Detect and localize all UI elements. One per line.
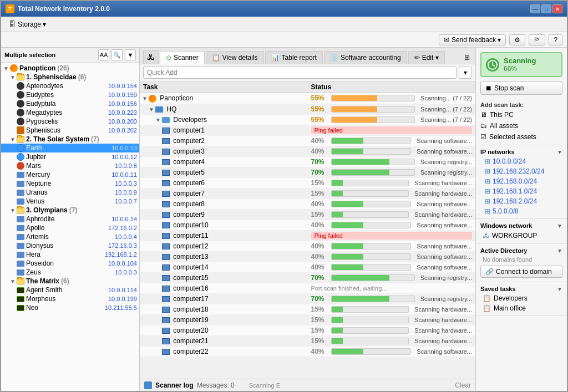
saved-tasks-expand[interactable]: ▼: [557, 286, 562, 292]
table-row[interactable]: computer2 40% Scanning software...: [140, 135, 475, 146]
tree-item-neptune[interactable]: Neptune 10.0.0.3: [1, 179, 139, 188]
workgroup-item[interactable]: 🖧 WORKGROUP: [476, 230, 567, 241]
matrix-icon: [17, 305, 24, 311]
tree-item-hera[interactable]: Hera 192.168.1.2: [1, 250, 139, 259]
tree-group-matrix[interactable]: ▼ The Matrix (6): [1, 277, 139, 286]
tree-item-aptenodytes[interactable]: Aptenodytes 10.0.0.154: [1, 82, 139, 90]
network-item-2[interactable]: ⊞ 192.168.232.0/24: [476, 166, 567, 176]
table-row[interactable]: computer21 15% Scanning hardware...: [140, 335, 475, 346]
tree-item-aphrodite[interactable]: Aphrodite 10.0.0.14: [1, 215, 139, 223]
network-item-6[interactable]: ⊞ 5.0.0.0/8: [476, 206, 567, 216]
this-pc-item[interactable]: 🖥 This PC: [476, 109, 567, 120]
minimize-button[interactable]: —: [530, 4, 540, 13]
storage-menu[interactable]: 🗄 Storage ▾: [4, 19, 50, 29]
table-row[interactable]: computer17 70% Scanning registry...: [140, 293, 475, 304]
table-row[interactable]: computer7 15% Scanning hardware...: [140, 188, 475, 198]
tree-item-mars[interactable]: Mars 10.0.0.8: [1, 161, 139, 170]
table-row[interactable]: computer22 40% Scanning software...: [140, 346, 475, 357]
tree-item-poseidon[interactable]: Poseidon 10.0.0.104: [1, 259, 139, 268]
tree-item-artemis[interactable]: Artemis 10.0.0.4: [1, 232, 139, 241]
table-row[interactable]: computer13 40% Scanning software...: [140, 251, 475, 262]
tree-item-morpheus[interactable]: Morpheus 10.0.0.199: [1, 294, 139, 303]
table-row[interactable]: computer15 70% Scanning registry...: [140, 272, 475, 283]
table-row[interactable]: computer8 40% Scanning software...: [140, 198, 475, 209]
tab-right-icon[interactable]: ⊞: [462, 52, 472, 64]
tab-table-report[interactable]: 📊 Table report: [265, 51, 323, 64]
tree-item-spheniscus[interactable]: Spheniscus 10.0.0.202: [1, 126, 139, 135]
table-row[interactable]: computer6 15% Scanning hardware...: [140, 177, 475, 188]
tree-item-jupiter[interactable]: Jupiter 10.0.0.12: [1, 152, 139, 161]
tree-item-eudyptes[interactable]: Eudyptes 10.0.0.159: [1, 90, 139, 99]
flag-button[interactable]: 🏳: [529, 34, 545, 45]
quick-add-dropdown[interactable]: ▾: [459, 67, 472, 79]
tree-item-earth[interactable]: Earth 10.0.0.13: [1, 144, 139, 152]
connect-domain-button[interactable]: 🔗 Connect to domain: [480, 266, 562, 278]
table-row[interactable]: computer3 40% Scanning software...: [140, 146, 475, 156]
close-button[interactable]: ✕: [552, 4, 562, 13]
tab-view-details[interactable]: 📋 View details: [206, 51, 264, 64]
tree-item-mercury[interactable]: Mercury 10.0.0.11: [1, 170, 139, 179]
tree-item-agent-smith[interactable]: Agent Smith 10.0.0.114: [1, 286, 139, 294]
ip-networks-expand[interactable]: ▼: [557, 149, 562, 155]
table-row[interactable]: computer14 40% Scanning software...: [140, 262, 475, 272]
stop-scan-button[interactable]: ⏹ Stop scan: [480, 82, 562, 95]
edit-label: Edit: [422, 54, 434, 62]
table-row[interactable]: computer11 Ping failed: [140, 230, 475, 241]
left-panel-toolbar: Multiple selection AA 🔍 ▼: [1, 48, 139, 63]
windows-network-expand[interactable]: ▼: [557, 223, 562, 229]
clear-button[interactable]: Clear: [455, 381, 471, 389]
tab-edit[interactable]: ✏ Edit ▾: [408, 51, 445, 64]
table-row[interactable]: computer12 40% Scanning software...: [140, 241, 475, 251]
tree-item-neo[interactable]: Neo 10.211.55.5: [1, 303, 139, 312]
saved-task-developers[interactable]: 📋 Developers: [476, 293, 567, 303]
table-row[interactable]: computer1 Ping failed: [140, 125, 475, 135]
help-button[interactable]: ?: [549, 34, 562, 45]
maximize-button[interactable]: □: [541, 4, 551, 13]
network-item-4[interactable]: ⊞ 192.168.1.0/24: [476, 186, 567, 196]
tree-item-uranus[interactable]: Uranus 10.0.0.9: [1, 188, 139, 197]
workgroup-icon: 🖧: [483, 232, 489, 240]
tree-root-panopticon[interactable]: ▼ Panopticon (26): [1, 64, 139, 73]
tree-item-eudyptula[interactable]: Eudyptula 10.0.0.156: [1, 99, 139, 108]
table-row[interactable]: ▼ Developers 55% Scanning... (7 / 22): [140, 114, 475, 125]
table-row[interactable]: ▼ HQ 55% Scanning... (7 / 22): [140, 104, 475, 114]
tree-group-olympians[interactable]: ▼ 3. Olympians (7): [1, 206, 139, 215]
network-item-3[interactable]: ⊞ 192.168.0.0/24: [476, 176, 567, 186]
send-feedback-button[interactable]: ✉ Send feedback ▾: [439, 34, 506, 45]
table-row[interactable]: computer9 15% Scanning hardware...: [140, 209, 475, 220]
tree-group-solar-system[interactable]: ▼ 2. The Solar System (7): [1, 135, 139, 144]
table-row[interactable]: computer18 15% Scanning hardware...: [140, 304, 475, 314]
network-item-5[interactable]: ⊞ 192.168.2.0/24: [476, 196, 567, 206]
tab-scanner[interactable]: ⊙ Scanner: [160, 51, 205, 64]
table-row[interactable]: computer10 40% Scanning software...: [140, 220, 475, 230]
tab-network-icon[interactable]: 🖧: [143, 50, 159, 64]
filter-button[interactable]: ▼: [125, 49, 136, 60]
status-cell: 40% Scanning software...: [308, 241, 476, 251]
table-row[interactable]: computer19 15% Scanning hardware...: [140, 314, 475, 325]
tree-group-spheniscidae[interactable]: ▼ 1. Spheniscidae (6): [1, 73, 139, 82]
tree-item-venus[interactable]: Venus 10.0.0.7: [1, 197, 139, 206]
table-row[interactable]: ▼ Panopticon 55% Scanning... (7 / 22): [140, 93, 475, 104]
tree-item-zeus[interactable]: Zeus 10.0.0.3: [1, 268, 139, 277]
saved-task-main-office[interactable]: 📋 Main office: [476, 303, 567, 313]
table-row[interactable]: computer20 15% Scanning hardware...: [140, 325, 475, 335]
scanning-e-label: Scanning E: [249, 382, 280, 389]
planet-icon: [17, 153, 24, 161]
table-row[interactable]: computer16 Port scan finished, waiting..…: [140, 283, 475, 293]
network-item-1[interactable]: ⊞ 10.0.0.0/24: [476, 156, 567, 166]
table-row[interactable]: computer5 70% Scanning registry...: [140, 167, 475, 177]
tree-item-megadyptes[interactable]: Megadyptes 10.0.0.223: [1, 108, 139, 117]
aa-button[interactable]: AA: [98, 49, 109, 60]
tree-item-pygoscelis[interactable]: Pygoscelis 10.0.0.200: [1, 117, 139, 126]
search-button[interactable]: 🔍: [111, 49, 123, 60]
tree-item-apollo[interactable]: Apollo 172.16.0.2: [1, 223, 139, 232]
table-row[interactable]: computer4 70% Scanning registry...: [140, 156, 475, 167]
settings-button[interactable]: ⚙: [509, 34, 525, 45]
tab-software-accounting[interactable]: 💿 Software accounting: [324, 51, 407, 64]
selected-assets-item[interactable]: ☑ Selected assets: [476, 131, 567, 142]
progress-bar: [331, 253, 412, 260]
active-directory-expand[interactable]: ▼: [557, 248, 562, 254]
all-assets-item[interactable]: 🗂 All assets: [476, 120, 567, 131]
tree-item-dionysus[interactable]: Dionysus 172.16.0.3: [1, 241, 139, 250]
quick-add-input[interactable]: [143, 67, 457, 79]
